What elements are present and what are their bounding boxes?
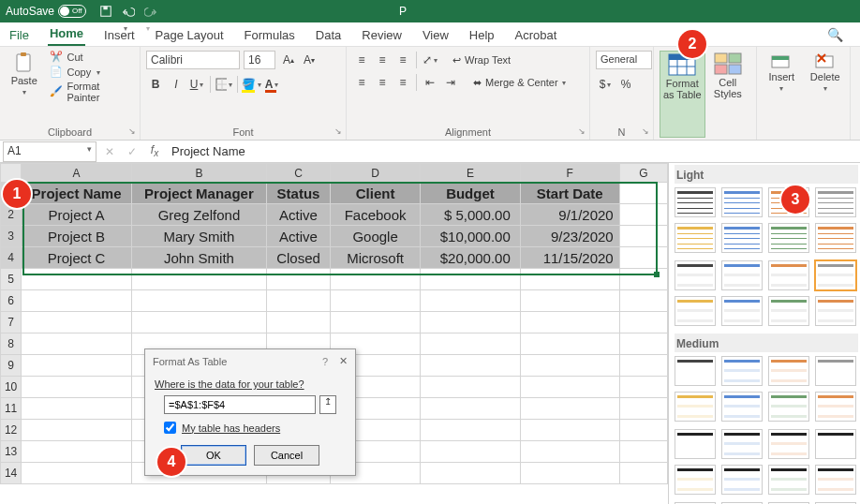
table-style-swatch[interactable] (768, 392, 809, 422)
cell[interactable] (619, 355, 667, 377)
cell[interactable]: Project A (22, 204, 132, 226)
table-style-swatch[interactable] (721, 392, 763, 422)
table-style-swatch[interactable] (815, 392, 856, 422)
align-left-icon[interactable]: ≡ (352, 73, 371, 92)
cell[interactable] (267, 269, 331, 290)
decrease-font-icon[interactable]: A▾ (300, 51, 319, 69)
cell[interactable] (331, 269, 421, 290)
cell[interactable] (131, 269, 266, 290)
cell[interactable] (22, 377, 132, 398)
cell[interactable]: Greg Zelfond (131, 204, 266, 226)
row-header[interactable]: 9 (1, 355, 22, 377)
align-right-icon[interactable]: ≡ (393, 73, 412, 92)
row-header[interactable]: 4 (1, 247, 22, 269)
table-range-input[interactable] (164, 395, 316, 414)
cell[interactable] (520, 355, 619, 377)
copy-button[interactable]: 📄Copy▾ (50, 66, 134, 79)
cell[interactable] (421, 377, 521, 398)
fx-icon[interactable]: fx (143, 143, 166, 158)
column-header[interactable]: D (331, 164, 421, 183)
cell[interactable]: Active (267, 204, 331, 226)
cell[interactable] (22, 312, 132, 334)
tab-review[interactable]: Review (360, 24, 404, 46)
cell[interactable]: Project C (22, 247, 132, 269)
tab-page-layout[interactable]: Page Layout (154, 24, 226, 46)
cancel-button[interactable]: Cancel (254, 445, 319, 466)
italic-button[interactable]: I (167, 75, 185, 94)
tab-insert[interactable]: Insert (102, 24, 137, 46)
alignment-launcher-icon[interactable]: ↘ (578, 126, 586, 136)
cell[interactable]: John Smith (131, 247, 266, 269)
cell[interactable]: Project B (22, 226, 132, 247)
font-color-button[interactable]: A (262, 75, 281, 94)
cell[interactable] (22, 334, 132, 355)
font-launcher-icon[interactable]: ↘ (334, 126, 342, 136)
table-style-swatch[interactable] (815, 260, 856, 290)
table-style-swatch[interactable] (675, 260, 716, 290)
wrap-text-button[interactable]: ↩Wrap Text (452, 54, 511, 67)
cell[interactable] (22, 441, 132, 463)
tab-acrobat[interactable]: Acrobat (513, 24, 559, 46)
insert-cells-button[interactable]: Insert▾ (763, 51, 801, 93)
table-header-cell[interactable]: Start Date (520, 183, 619, 204)
merge-center-button[interactable]: ⬌Merge & Center▾ (473, 77, 566, 89)
column-header[interactable]: E (421, 164, 521, 183)
cell-styles-button[interactable]: Cell Styles (705, 51, 750, 138)
format-painter-button[interactable]: 🖌️Format Painter (50, 81, 134, 103)
cell[interactable] (421, 420, 521, 441)
table-header-cell[interactable]: Status (267, 183, 331, 204)
cell[interactable]: Mary Smith (131, 226, 266, 247)
table-style-swatch[interactable] (675, 429, 716, 459)
table-header-cell[interactable]: Project Name (22, 183, 132, 204)
tab-formulas[interactable]: Formulas (243, 24, 297, 46)
cell[interactable] (421, 355, 521, 377)
decrease-indent-icon[interactable]: ⇤ (421, 73, 439, 92)
row-header[interactable]: 12 (1, 420, 22, 441)
headers-checkbox[interactable] (164, 422, 176, 434)
cell[interactable]: $20,000.00 (421, 247, 521, 269)
font-name-select[interactable]: Calibri (146, 51, 240, 69)
cell[interactable] (22, 269, 132, 290)
cancel-formula-icon[interactable]: ✕ (98, 145, 121, 158)
cell[interactable] (619, 441, 667, 463)
delete-cells-button[interactable]: Delete▾ (807, 51, 845, 93)
cell[interactable] (619, 334, 667, 355)
number-launcher-icon[interactable]: ↘ (642, 126, 649, 136)
column-header[interactable]: F (520, 164, 619, 183)
row-header[interactable]: 5 (1, 269, 22, 290)
tab-file[interactable]: File (7, 24, 31, 46)
column-header[interactable]: C (267, 164, 331, 183)
table-style-swatch[interactable] (815, 356, 856, 386)
underline-button[interactable]: U (187, 75, 206, 94)
save-icon[interactable] (99, 5, 112, 18)
cell[interactable] (421, 398, 521, 420)
cell[interactable] (421, 441, 521, 463)
fill-color-button[interactable]: 🪣 (242, 75, 260, 94)
cell[interactable] (520, 463, 619, 484)
cell[interactable] (421, 334, 521, 355)
table-style-swatch[interactable] (721, 429, 763, 459)
bold-button[interactable]: B (146, 75, 165, 94)
borders-button[interactable] (215, 75, 233, 94)
row-header[interactable]: 11 (1, 398, 22, 420)
cell[interactable] (421, 290, 521, 312)
table-style-swatch[interactable] (721, 187, 763, 217)
cell[interactable]: Google (331, 226, 421, 247)
tab-help[interactable]: Help (467, 24, 497, 46)
table-style-swatch[interactable] (815, 187, 856, 217)
cell[interactable] (619, 312, 667, 334)
ok-button[interactable]: OK (181, 445, 246, 466)
font-size-select[interactable]: 16 (244, 51, 275, 69)
table-style-swatch[interactable] (721, 260, 763, 290)
table-header-cell[interactable]: Client (331, 183, 421, 204)
formula-input[interactable] (166, 142, 860, 160)
cell[interactable] (22, 420, 132, 441)
cell[interactable] (421, 312, 521, 334)
cell[interactable]: 9/23/2020 (520, 226, 619, 247)
name-box[interactable]: A1 (3, 141, 96, 162)
cell[interactable] (520, 398, 619, 420)
cell[interactable] (421, 269, 521, 290)
cell[interactable] (131, 312, 266, 334)
column-header[interactable]: A (22, 164, 132, 183)
cell[interactable] (22, 290, 132, 312)
